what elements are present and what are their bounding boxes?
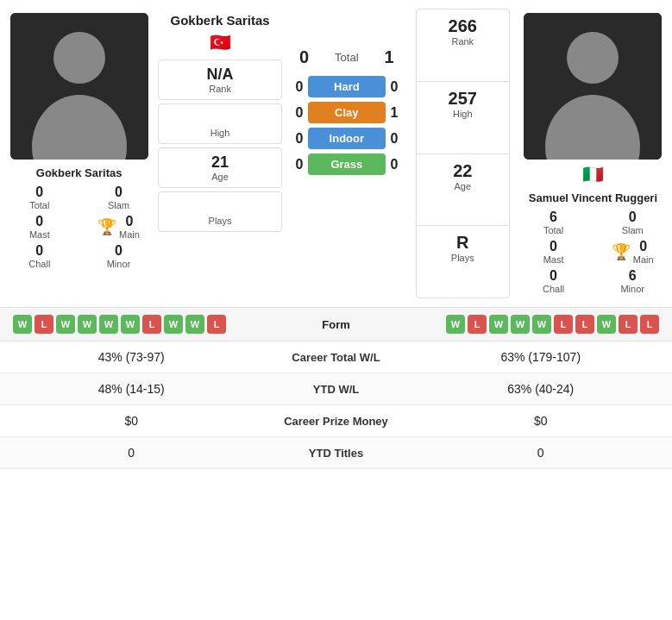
left-form-badges: WLWWWWLWWL (13, 315, 226, 334)
left-flag: 🇹🇷 (210, 32, 231, 53)
clay-button[interactable]: Clay (308, 102, 386, 123)
right-main-stat: 0 Main (633, 239, 654, 265)
left-rank-box: N/A Rank (158, 59, 282, 100)
left-slam-stat: 0 Slam (84, 185, 154, 210)
form-badge-left: L (142, 315, 161, 334)
stats-row: 0 YTD Titles 0 (0, 437, 672, 469)
right-trophy-icon: 🏆 (612, 242, 631, 261)
center-match: 0 Total 1 0 Hard 0 0 Clay 1 0 Indoor 0 (282, 9, 411, 298)
grass-right-score: 0 (386, 157, 403, 172)
left-age-box: 21 Age (158, 147, 282, 188)
svg-point-4 (567, 32, 619, 84)
left-high-box: High (158, 103, 282, 144)
left-name-top: Gokberk Saritas (171, 13, 270, 28)
left-avatar (10, 13, 148, 160)
stats-center-label: Career Total W/L (250, 351, 423, 364)
right-slam-stat: 0 Slam (597, 210, 668, 235)
stats-right-val: 63% (40-24) (423, 382, 660, 396)
form-badge-left: W (13, 315, 32, 334)
surface-indoor-row: 0 Indoor 0 (291, 128, 403, 149)
main-container: Gokberk Saritas 0 Total 0 Slam 0 Mast 🏆 (0, 0, 672, 469)
grass-button[interactable]: Grass (308, 153, 386, 175)
stats-row: 48% (14-15) YTD W/L 63% (40-24) (0, 373, 672, 405)
stats-table: 43% (73-97) Career Total W/L 63% (179-10… (0, 341, 672, 469)
stats-left-val: 0 (13, 446, 250, 460)
form-badge-left: W (164, 315, 183, 334)
clay-right-score: 1 (386, 105, 403, 121)
hard-right-score: 0 (386, 79, 403, 95)
stats-center-label: Career Prize Money (250, 415, 423, 428)
left-minor-stat: 0 Minor (84, 243, 154, 269)
right-mast-stat: 0 Mast (518, 239, 589, 265)
right-stats-box: 266 Rank 257 High 22 Age R Plays (416, 9, 510, 298)
right-stats-grid: 6 Total 0 Slam 0 Mast 🏆 0 Main (518, 210, 668, 294)
surface-hard-row: 0 Hard 0 (291, 76, 403, 97)
form-badge-right: W (446, 315, 465, 334)
total-row: 0 Total 1 (299, 47, 394, 67)
surface-grass-row: 0 Grass 0 (291, 153, 403, 175)
left-total-stat: 0 Total (4, 185, 75, 210)
stats-left-val: $0 (13, 414, 250, 428)
right-age-box: 22 Age (417, 154, 509, 227)
form-badge-right: W (597, 315, 616, 334)
left-player-name: Gokberk Saritas (36, 166, 122, 179)
form-badge-left: W (99, 315, 118, 334)
players-section: Gokberk Saritas 0 Total 0 Slam 0 Mast 🏆 (0, 0, 672, 307)
stats-row: 43% (73-97) Career Total W/L 63% (179-10… (0, 341, 672, 373)
left-stats-grid: 0 Total 0 Slam 0 Mast 🏆 0 Main (4, 185, 154, 269)
indoor-left-score: 0 (291, 131, 308, 147)
form-badge-right: W (532, 315, 551, 334)
left-trophy-section: 🏆 0 Main (84, 214, 154, 240)
stats-left-val: 43% (73-97) (13, 350, 250, 364)
left-high-value (218, 110, 223, 128)
right-chall-stat: 0 Chall (518, 268, 589, 294)
left-main-stat: 0 Main (119, 214, 140, 240)
form-badge-left: L (35, 315, 53, 334)
right-plays-box: R Plays (417, 226, 509, 297)
hard-button[interactable]: Hard (308, 76, 386, 97)
form-badge-left: W (121, 315, 140, 334)
right-flag: 🇮🇹 (582, 164, 604, 185)
player-right: 🇮🇹 Samuel Vincent Ruggeri 6 Total 0 Slam… (514, 9, 672, 298)
form-badge-left: W (78, 315, 97, 334)
grass-left-score: 0 (291, 157, 308, 172)
form-badge-left: L (207, 315, 226, 334)
form-section: WLWWWWLWWL Form WLWWWLLWLL (0, 307, 672, 341)
hard-left-score: 0 (291, 79, 308, 95)
clay-left-score: 0 (291, 105, 308, 121)
stats-right-val: 63% (179-107) (423, 350, 660, 364)
player-left: Gokberk Saritas 0 Total 0 Slam 0 Mast 🏆 (0, 9, 158, 298)
left-middle-stats: Gokberk Saritas 🇹🇷 N/A Rank High 21 Age … (158, 9, 282, 298)
right-avatar (524, 13, 662, 160)
stats-right-val: $0 (423, 414, 660, 428)
right-form-badges: WLWWWLLWLL (446, 315, 659, 334)
form-label: Form (322, 318, 350, 331)
left-plays-value (218, 197, 223, 216)
form-badge-right: L (619, 315, 637, 334)
left-trophy-icon: 🏆 (97, 217, 116, 236)
indoor-right-score: 0 (386, 131, 403, 147)
stats-right-val: 0 (423, 446, 660, 460)
form-badge-left: W (185, 315, 204, 334)
form-badge-right: L (468, 315, 487, 334)
surface-clay-row: 0 Clay 1 (291, 102, 403, 123)
form-badge-right: L (640, 315, 659, 334)
form-badge-right: L (554, 315, 573, 334)
stats-left-val: 48% (14-15) (13, 382, 250, 396)
right-player-name: Samuel Vincent Ruggeri (529, 191, 657, 204)
stats-row: $0 Career Prize Money $0 (0, 405, 672, 437)
form-badge-left: W (56, 315, 75, 334)
left-plays-box: Plays (158, 191, 282, 232)
right-trophy-section: 🏆 0 Main (597, 239, 668, 265)
right-high-box: 257 High (417, 82, 509, 154)
right-minor-stat: 6 Minor (597, 268, 668, 294)
stats-center-label: YTD Titles (250, 447, 423, 460)
stats-center-label: YTD W/L (250, 383, 423, 396)
right-rank-box: 266 Rank (417, 9, 509, 82)
left-mast-stat: 0 Mast (4, 214, 75, 240)
indoor-button[interactable]: Indoor (308, 128, 386, 149)
form-badge-right: W (489, 315, 508, 334)
form-badge-right: W (511, 315, 530, 334)
left-chall-stat: 0 Chall (4, 243, 75, 269)
form-badge-right: L (575, 315, 594, 334)
